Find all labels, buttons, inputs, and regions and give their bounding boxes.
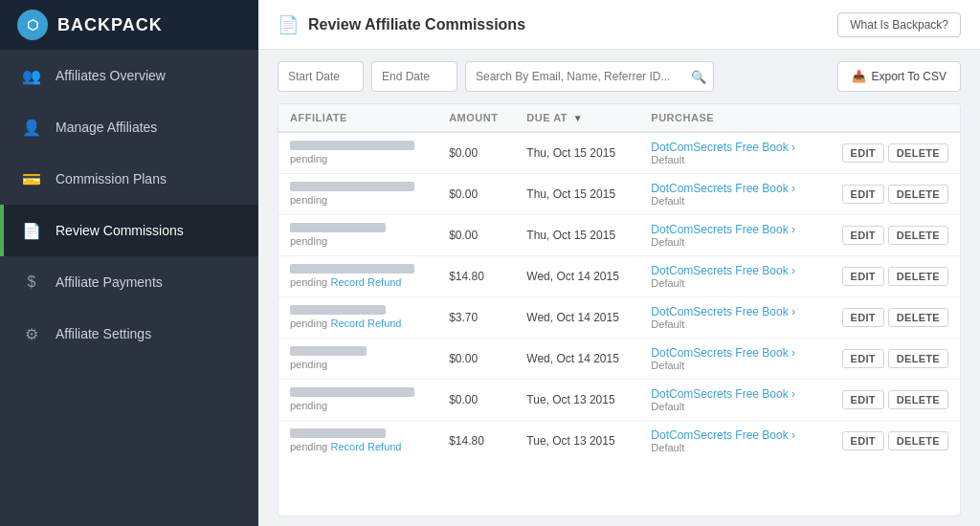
end-date-input[interactable] — [371, 61, 457, 92]
table-row: pending Record Refund $14.80Tue, Oct 13 … — [278, 421, 960, 462]
affiliate-bar-5 — [290, 346, 367, 356]
amount-cell-5: $0.00 — [437, 339, 515, 380]
purchase-cell-2: DotComSecrets Free Book › Default — [639, 215, 819, 256]
purchase-cell-7: DotComSecrets Free Book › Default — [639, 421, 819, 462]
edit-button-4[interactable]: EDIT — [842, 308, 884, 327]
purchase-link-7[interactable]: DotComSecrets Free Book › — [651, 428, 795, 442]
purchase-link-5[interactable]: DotComSecrets Free Book › — [651, 346, 795, 360]
table-row: pending $0.00Tue, Oct 13 2015 DotComSecr… — [278, 380, 960, 421]
affiliate-cell-0: pending — [278, 132, 437, 174]
actions-cell-2: EDIT DELETE — [820, 215, 960, 256]
table-row: pending $0.00Thu, Oct 15 2015 DotComSecr… — [278, 132, 960, 174]
affiliate-cell-3: pending Record Refund — [278, 256, 437, 297]
sidebar-label-affiliate-payments: Affiliate Payments — [56, 274, 163, 290]
sidebar-item-review-commissions[interactable]: 📄 Review Commissions — [0, 205, 258, 256]
edit-button-1[interactable]: EDIT — [842, 185, 884, 204]
status-label-1: pending — [290, 194, 327, 206]
actions-cell-6: EDIT DELETE — [820, 380, 960, 421]
export-csv-button[interactable]: 📥 Export To CSV — [837, 61, 961, 92]
table-row: pending $0.00Thu, Oct 15 2015 DotComSecr… — [278, 215, 960, 256]
search-input[interactable] — [465, 61, 714, 92]
purchase-sub-3: Default — [651, 277, 808, 289]
affiliate-name-2: pending — [290, 223, 426, 248]
edit-button-5[interactable]: EDIT — [842, 349, 884, 368]
purchase-cell-4: DotComSecrets Free Book › Default — [639, 297, 819, 339]
status-label-0: pending — [290, 153, 327, 164]
purchase-link-6[interactable]: DotComSecrets Free Book › — [651, 387, 795, 401]
purchase-cell-3: DotComSecrets Free Book › Default — [639, 256, 819, 297]
delete-button-7[interactable]: DELETE — [888, 431, 948, 450]
sidebar-item-affiliate-settings[interactable]: ⚙ Affiliate Settings — [0, 308, 258, 360]
amount-cell-6: $0.00 — [437, 380, 515, 421]
header-left: 📄 Review Affiliate Commissions — [278, 14, 525, 35]
purchase-sub-6: Default — [651, 401, 808, 412]
edit-button-0[interactable]: EDIT — [842, 143, 884, 163]
status-label-5: pending — [290, 359, 327, 370]
main-content: 📄 Review Affiliate Commissions What Is B… — [258, 0, 980, 526]
status-label-6: pending — [290, 400, 327, 411]
actions-cell-1: EDIT DELETE — [820, 174, 960, 215]
table-body: pending $0.00Thu, Oct 15 2015 DotComSecr… — [278, 132, 960, 461]
purchase-sub-0: Default — [651, 154, 808, 165]
affiliate-name-5: pending — [290, 346, 426, 371]
what-is-button[interactable]: What Is Backpack? — [837, 12, 961, 37]
actions-cell-3: EDIT DELETE — [820, 256, 960, 297]
col-due-at[interactable]: DUE AT ▼ — [515, 104, 639, 132]
delete-button-5[interactable]: DELETE — [888, 349, 948, 368]
affiliate-status-2: pending — [290, 234, 426, 248]
sidebar-item-affiliates-overview[interactable]: 👥 Affiliates Overview — [0, 50, 258, 101]
delete-button-1[interactable]: DELETE — [888, 185, 948, 204]
status-label-3: pending — [290, 276, 327, 288]
edit-button-2[interactable]: EDIT — [842, 226, 884, 245]
due-at-cell-0: Thu, Oct 15 2015 — [515, 132, 639, 174]
record-refund-link-7[interactable]: Record Refund — [331, 441, 402, 452]
export-icon: 📥 — [852, 70, 866, 83]
sidebar-icon-commission-plans: 💳 — [21, 168, 42, 189]
sort-arrow-icon: ▼ — [573, 113, 583, 123]
table-header: AFFILIATE AMOUNT DUE AT ▼ PURCHASE — [278, 104, 960, 132]
status-label-2: pending — [290, 235, 327, 247]
table-row: pending Record Refund $3.70Wed, Oct 14 2… — [278, 297, 960, 339]
amount-cell-0: $0.00 — [437, 132, 515, 174]
sidebar-icon-review-commissions: 📄 — [21, 220, 42, 241]
delete-button-6[interactable]: DELETE — [888, 390, 948, 409]
purchase-link-1[interactable]: DotComSecrets Free Book › — [651, 182, 795, 195]
purchase-link-2[interactable]: DotComSecrets Free Book › — [651, 223, 795, 236]
edit-button-7[interactable]: EDIT — [842, 431, 884, 450]
sidebar: ⬡ BACKPACK 👥 Affiliates Overview 👤 Manag… — [0, 0, 258, 526]
affiliate-cell-6: pending — [278, 380, 437, 421]
col-purchase: PURCHASE — [639, 104, 819, 132]
sidebar-icon-manage-affiliates: 👤 — [21, 117, 42, 138]
purchase-link-3[interactable]: DotComSecrets Free Book › — [651, 264, 795, 277]
delete-button-3[interactable]: DELETE — [888, 267, 948, 286]
page-title: Review Affiliate Commissions — [308, 16, 525, 33]
purchase-cell-5: DotComSecrets Free Book › Default — [639, 339, 819, 380]
delete-button-2[interactable]: DELETE — [888, 226, 948, 245]
delete-button-4[interactable]: DELETE — [888, 308, 948, 327]
purchase-link-0[interactable]: DotComSecrets Free Book › — [651, 141, 795, 154]
sidebar-item-affiliate-payments[interactable]: $ Affiliate Payments — [0, 256, 258, 308]
affiliate-cell-5: pending — [278, 339, 437, 380]
affiliate-bar-6 — [290, 387, 414, 397]
sidebar-icon-affiliate-settings: ⚙ — [21, 323, 42, 344]
start-date-input[interactable] — [278, 61, 364, 92]
delete-button-0[interactable]: DELETE — [888, 143, 948, 163]
actions-cell-5: EDIT DELETE — [820, 339, 960, 380]
affiliate-bar-0 — [290, 141, 414, 150]
affiliate-status-0: pending — [290, 152, 426, 165]
amount-cell-2: $0.00 — [437, 215, 515, 256]
purchase-link-4[interactable]: DotComSecrets Free Book › — [651, 305, 795, 318]
affiliate-status-1: pending — [290, 193, 426, 207]
table-row: pending $0.00Thu, Oct 15 2015 DotComSecr… — [278, 174, 960, 215]
record-refund-link-3[interactable]: Record Refund — [331, 276, 402, 288]
sidebar-item-commission-plans[interactable]: 💳 Commission Plans — [0, 153, 258, 205]
status-label-7: pending — [290, 441, 327, 452]
purchase-cell-1: DotComSecrets Free Book › Default — [639, 174, 819, 215]
status-label-4: pending — [290, 318, 327, 329]
table-row: pending $0.00Wed, Oct 14 2015 DotComSecr… — [278, 339, 960, 380]
affiliate-name-6: pending — [290, 387, 426, 412]
edit-button-6[interactable]: EDIT — [842, 390, 884, 409]
edit-button-3[interactable]: EDIT — [842, 267, 884, 286]
record-refund-link-4[interactable]: Record Refund — [331, 318, 402, 329]
sidebar-item-manage-affiliates[interactable]: 👤 Manage Affiliates — [0, 101, 258, 153]
